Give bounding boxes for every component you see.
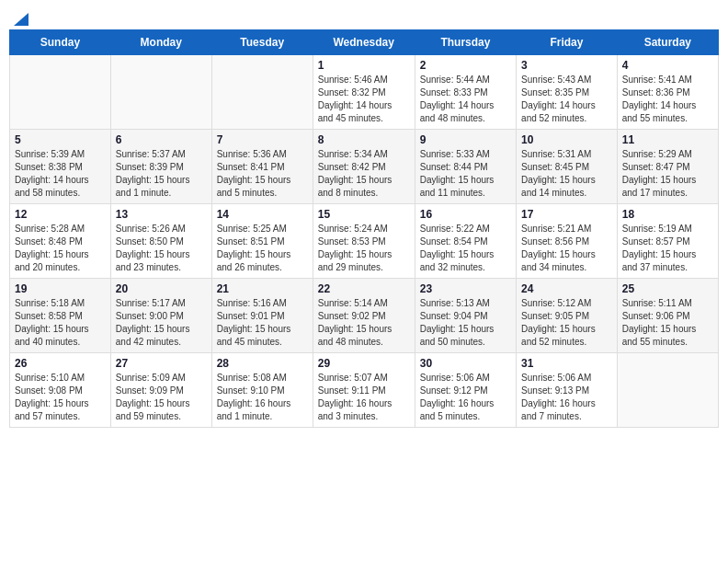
day-number: 15 bbox=[318, 208, 410, 221]
day-info: Sunrise: 5:13 AM Sunset: 9:04 PM Dayligh… bbox=[420, 297, 511, 349]
day-info: Sunrise: 5:37 AM Sunset: 8:39 PM Dayligh… bbox=[116, 148, 207, 200]
day-of-week-header: Tuesday bbox=[211, 30, 313, 55]
calendar-day-cell: 14Sunrise: 5:25 AM Sunset: 8:51 PM Dayli… bbox=[211, 204, 313, 279]
day-info: Sunrise: 5:43 AM Sunset: 8:35 PM Dayligh… bbox=[521, 74, 612, 125]
day-info: Sunrise: 5:14 AM Sunset: 9:02 PM Dayligh… bbox=[318, 297, 410, 349]
calendar-day-cell bbox=[617, 353, 718, 428]
day-number: 7 bbox=[217, 133, 308, 146]
calendar-day-cell: 23Sunrise: 5:13 AM Sunset: 9:04 PM Dayli… bbox=[415, 279, 516, 353]
calendar-day-cell: 26Sunrise: 5:10 AM Sunset: 9:08 PM Dayli… bbox=[10, 353, 111, 428]
calendar-day-cell bbox=[211, 55, 313, 130]
day-number: 8 bbox=[318, 133, 410, 146]
day-number: 9 bbox=[420, 133, 511, 146]
day-info: Sunrise: 5:41 AM Sunset: 8:36 PM Dayligh… bbox=[622, 74, 713, 125]
day-info: Sunrise: 5:11 AM Sunset: 9:06 PM Dayligh… bbox=[622, 297, 713, 349]
day-info: Sunrise: 5:46 AM Sunset: 8:32 PM Dayligh… bbox=[318, 74, 410, 125]
page-header bbox=[9, 9, 719, 22]
calendar-day-cell: 18Sunrise: 5:19 AM Sunset: 8:57 PM Dayli… bbox=[617, 204, 718, 279]
day-number: 2 bbox=[420, 59, 511, 72]
day-number: 23 bbox=[420, 282, 511, 295]
day-info: Sunrise: 5:16 AM Sunset: 9:01 PM Dayligh… bbox=[217, 297, 308, 349]
calendar-day-cell: 16Sunrise: 5:22 AM Sunset: 8:54 PM Dayli… bbox=[415, 204, 516, 279]
day-info: Sunrise: 5:10 AM Sunset: 9:08 PM Dayligh… bbox=[15, 372, 106, 423]
day-info: Sunrise: 5:21 AM Sunset: 8:56 PM Dayligh… bbox=[521, 223, 612, 274]
day-number: 18 bbox=[622, 208, 713, 221]
calendar-day-cell: 9Sunrise: 5:33 AM Sunset: 8:44 PM Daylig… bbox=[415, 130, 516, 204]
day-number: 25 bbox=[622, 282, 713, 295]
calendar-day-cell: 22Sunrise: 5:14 AM Sunset: 9:02 PM Dayli… bbox=[313, 279, 415, 353]
calendar-day-cell: 13Sunrise: 5:26 AM Sunset: 8:50 PM Dayli… bbox=[110, 204, 211, 279]
calendar-day-cell: 4Sunrise: 5:41 AM Sunset: 8:36 PM Daylig… bbox=[617, 55, 718, 130]
calendar-day-cell: 11Sunrise: 5:29 AM Sunset: 8:47 PM Dayli… bbox=[617, 130, 718, 204]
day-number: 11 bbox=[622, 133, 713, 146]
calendar-day-cell: 8Sunrise: 5:34 AM Sunset: 8:42 PM Daylig… bbox=[313, 130, 415, 204]
day-info: Sunrise: 5:08 AM Sunset: 9:10 PM Dayligh… bbox=[217, 372, 308, 423]
calendar-day-cell: 12Sunrise: 5:28 AM Sunset: 8:48 PM Dayli… bbox=[10, 204, 111, 279]
calendar-week-row: 19Sunrise: 5:18 AM Sunset: 8:58 PM Dayli… bbox=[10, 279, 719, 353]
svg-marker-0 bbox=[14, 13, 28, 26]
day-of-week-header: Monday bbox=[110, 30, 211, 55]
day-number: 26 bbox=[15, 357, 106, 370]
day-number: 17 bbox=[521, 208, 612, 221]
day-info: Sunrise: 5:22 AM Sunset: 8:54 PM Dayligh… bbox=[420, 223, 511, 274]
calendar-day-cell: 17Sunrise: 5:21 AM Sunset: 8:56 PM Dayli… bbox=[517, 204, 618, 279]
day-number: 10 bbox=[521, 133, 612, 146]
calendar-header-row: SundayMondayTuesdayWednesdayThursdayFrid… bbox=[10, 30, 719, 55]
day-number: 14 bbox=[217, 208, 308, 221]
day-info: Sunrise: 5:06 AM Sunset: 9:12 PM Dayligh… bbox=[420, 372, 511, 423]
calendar-day-cell: 2Sunrise: 5:44 AM Sunset: 8:33 PM Daylig… bbox=[415, 55, 516, 130]
day-number: 3 bbox=[521, 59, 612, 72]
calendar-day-cell: 10Sunrise: 5:31 AM Sunset: 8:45 PM Dayli… bbox=[517, 130, 618, 204]
calendar-day-cell: 15Sunrise: 5:24 AM Sunset: 8:53 PM Dayli… bbox=[313, 204, 415, 279]
calendar-day-cell: 7Sunrise: 5:36 AM Sunset: 8:41 PM Daylig… bbox=[211, 130, 313, 204]
calendar-day-cell: 27Sunrise: 5:09 AM Sunset: 9:09 PM Dayli… bbox=[110, 353, 211, 428]
day-number: 29 bbox=[318, 357, 410, 370]
calendar-day-cell: 25Sunrise: 5:11 AM Sunset: 9:06 PM Dayli… bbox=[617, 279, 718, 353]
day-number: 5 bbox=[15, 133, 106, 146]
calendar-day-cell: 19Sunrise: 5:18 AM Sunset: 8:58 PM Dayli… bbox=[10, 279, 111, 353]
day-info: Sunrise: 5:19 AM Sunset: 8:57 PM Dayligh… bbox=[622, 223, 713, 274]
day-info: Sunrise: 5:31 AM Sunset: 8:45 PM Dayligh… bbox=[521, 148, 612, 200]
day-of-week-header: Saturday bbox=[617, 30, 718, 55]
day-of-week-header: Sunday bbox=[10, 30, 111, 55]
day-number: 24 bbox=[521, 282, 612, 295]
calendar-day-cell: 20Sunrise: 5:17 AM Sunset: 9:00 PM Dayli… bbox=[110, 279, 211, 353]
day-info: Sunrise: 5:06 AM Sunset: 9:13 PM Dayligh… bbox=[521, 372, 612, 423]
calendar-day-cell: 21Sunrise: 5:16 AM Sunset: 9:01 PM Dayli… bbox=[211, 279, 313, 353]
day-info: Sunrise: 5:24 AM Sunset: 8:53 PM Dayligh… bbox=[318, 223, 410, 274]
day-info: Sunrise: 5:39 AM Sunset: 8:38 PM Dayligh… bbox=[15, 148, 106, 200]
day-number: 1 bbox=[318, 59, 410, 72]
calendar-day-cell: 24Sunrise: 5:12 AM Sunset: 9:05 PM Dayli… bbox=[517, 279, 618, 353]
day-info: Sunrise: 5:28 AM Sunset: 8:48 PM Dayligh… bbox=[15, 223, 106, 274]
calendar-day-cell: 6Sunrise: 5:37 AM Sunset: 8:39 PM Daylig… bbox=[110, 130, 211, 204]
day-number: 20 bbox=[116, 282, 207, 295]
calendar-day-cell: 3Sunrise: 5:43 AM Sunset: 8:35 PM Daylig… bbox=[517, 55, 618, 130]
day-number: 28 bbox=[217, 357, 308, 370]
day-info: Sunrise: 5:29 AM Sunset: 8:47 PM Dayligh… bbox=[622, 148, 713, 200]
day-number: 30 bbox=[420, 357, 511, 370]
day-info: Sunrise: 5:18 AM Sunset: 8:58 PM Dayligh… bbox=[15, 297, 106, 349]
calendar-week-row: 5Sunrise: 5:39 AM Sunset: 8:38 PM Daylig… bbox=[10, 130, 719, 204]
day-of-week-header: Thursday bbox=[415, 30, 516, 55]
calendar-table: SundayMondayTuesdayWednesdayThursdayFrid… bbox=[9, 29, 719, 428]
calendar-day-cell: 31Sunrise: 5:06 AM Sunset: 9:13 PM Dayli… bbox=[517, 353, 618, 428]
day-number: 22 bbox=[318, 282, 410, 295]
day-number: 6 bbox=[116, 133, 207, 146]
day-info: Sunrise: 5:07 AM Sunset: 9:11 PM Dayligh… bbox=[318, 372, 410, 423]
day-number: 21 bbox=[217, 282, 308, 295]
calendar-day-cell bbox=[10, 55, 111, 130]
day-number: 19 bbox=[15, 282, 106, 295]
calendar-day-cell: 29Sunrise: 5:07 AM Sunset: 9:11 PM Dayli… bbox=[313, 353, 415, 428]
day-info: Sunrise: 5:34 AM Sunset: 8:42 PM Dayligh… bbox=[318, 148, 410, 200]
day-info: Sunrise: 5:44 AM Sunset: 8:33 PM Dayligh… bbox=[420, 74, 511, 125]
calendar-day-cell: 28Sunrise: 5:08 AM Sunset: 9:10 PM Dayli… bbox=[211, 353, 313, 428]
calendar-week-row: 12Sunrise: 5:28 AM Sunset: 8:48 PM Dayli… bbox=[10, 204, 719, 279]
logo-triangle-icon bbox=[14, 13, 28, 26]
day-number: 27 bbox=[116, 357, 207, 370]
day-info: Sunrise: 5:25 AM Sunset: 8:51 PM Dayligh… bbox=[217, 223, 308, 274]
day-info: Sunrise: 5:33 AM Sunset: 8:44 PM Dayligh… bbox=[420, 148, 511, 200]
day-number: 13 bbox=[116, 208, 207, 221]
calendar-week-row: 26Sunrise: 5:10 AM Sunset: 9:08 PM Dayli… bbox=[10, 353, 719, 428]
day-number: 16 bbox=[420, 208, 511, 221]
calendar-day-cell: 30Sunrise: 5:06 AM Sunset: 9:12 PM Dayli… bbox=[415, 353, 516, 428]
